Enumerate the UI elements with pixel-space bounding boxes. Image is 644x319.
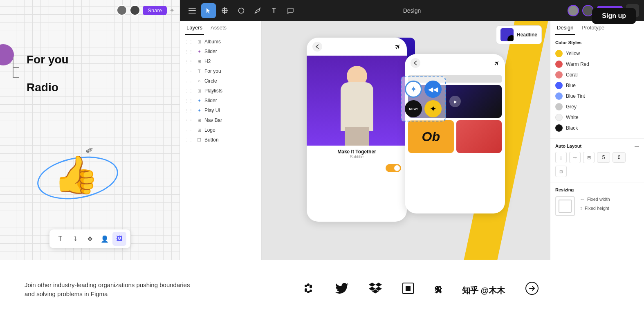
layer-label-albums: Albums xyxy=(204,39,221,45)
drag-handle: ⋮⋮ xyxy=(185,40,193,44)
phone-back-btn-1 xyxy=(312,42,322,52)
layers-sidebar: Layers Assets ⋮⋮ ⊞ Albums ⋮⋮ ✦ Slider xyxy=(180,21,262,260)
nytimes-logo: 𝕹 xyxy=(434,283,442,296)
track-title: Make It Together xyxy=(312,149,401,155)
al-right-btn[interactable]: → xyxy=(569,152,581,163)
p2-red-cell xyxy=(456,120,502,153)
color-item-coral[interactable]: Coral xyxy=(555,70,639,80)
drag-handle: ⋮⋮ xyxy=(185,99,193,103)
color-item-blue[interactable]: Blue xyxy=(555,80,639,91)
color-item-warm-red[interactable]: Warm Red xyxy=(555,59,639,70)
auto-layout-minus[interactable]: — xyxy=(635,144,639,148)
al-down-btn[interactable]: ↓ xyxy=(555,152,567,163)
circle-tool-button[interactable] xyxy=(234,3,249,18)
layer-label-slider-2: Slider xyxy=(204,98,217,103)
tab-design[interactable]: Design xyxy=(555,21,575,35)
menu-button[interactable] xyxy=(185,3,200,18)
layer-item-playlists[interactable]: ⋮⋮ ⊞ Playlists xyxy=(180,86,261,96)
layer-label-button: Button xyxy=(204,137,219,143)
color-dot-blue-tint xyxy=(555,92,563,100)
layer-label-h2: H2 xyxy=(204,58,211,64)
color-item-blue-tint[interactable]: Blue Tint xyxy=(555,91,639,101)
resizing-title: Resizing xyxy=(555,187,639,192)
image-tool-icon[interactable]: 🖼 xyxy=(112,232,126,246)
headline-component[interactable]: Headline xyxy=(496,25,542,44)
pen-tool-button[interactable] xyxy=(250,3,265,18)
select-tool-button[interactable] xyxy=(201,3,216,18)
al-align-btn[interactable]: ⊟ xyxy=(583,152,595,163)
layer-item-nav-bar[interactable]: ⋮⋮ ⊞ Nav Bar xyxy=(180,115,261,125)
bottom-section: Join other industry-leading organization… xyxy=(0,260,644,319)
frame-icon-nav: ⊞ xyxy=(196,118,202,123)
headline-icon-preview xyxy=(500,28,514,41)
layer-item-play-ui[interactable]: ⋮⋮ ✦ Play UI xyxy=(180,106,261,115)
color-dot-blue xyxy=(555,82,563,89)
layer-item-circle[interactable]: ⋮⋮ ○ Circle xyxy=(180,76,261,86)
thumbs-up-emoji: 👍 xyxy=(53,153,99,196)
layer-label-circle: Circle xyxy=(204,78,217,84)
figma-toolbar: T Design Share ▶ xyxy=(180,0,644,21)
layer-label-nav-bar: Nav Bar xyxy=(204,117,222,123)
component-selection-box: ✦ ◀◀ NEW! ✦ xyxy=(401,76,446,121)
al-spacing-input[interactable] xyxy=(597,152,610,163)
layer-item-slider-1[interactable]: ⋮⋮ ✦ Slider xyxy=(180,47,261,56)
people-icon[interactable]: 👤 xyxy=(98,232,112,246)
color-dot-yellow xyxy=(555,50,563,57)
share-button-left[interactable]: Share xyxy=(143,6,167,15)
al-resize-btn[interactable]: ⊡ xyxy=(555,166,567,177)
tab-assets[interactable]: Assets xyxy=(209,21,228,35)
signup-button[interactable]: Sign up xyxy=(592,8,636,24)
toggle-switch xyxy=(386,164,401,172)
layer-item-logo[interactable]: ⋮⋮ ⊞ Logo xyxy=(180,125,261,135)
components-icon[interactable]: ❖ xyxy=(83,232,97,246)
layer-item-button[interactable]: ⋮⋮ ☐ Button xyxy=(180,135,261,145)
phone-frame-1: ✈ xyxy=(307,38,407,222)
fixed-height-option[interactable]: ↕ Fixed height xyxy=(580,205,610,211)
layers-tabs: Layers Assets xyxy=(180,21,261,35)
frame-tool-button[interactable] xyxy=(218,3,232,18)
layer-item-slider-2[interactable]: ⋮⋮ ✦ Slider xyxy=(180,96,261,106)
color-item-black[interactable]: Black xyxy=(555,123,639,133)
color-name-black: Black xyxy=(566,125,578,131)
figma-editor: T Design Share ▶ Layers Assets xyxy=(180,0,644,260)
comment-tool-button[interactable] xyxy=(283,3,298,18)
circle-icon: ○ xyxy=(196,79,202,83)
auto-layout-section: Auto Layout — ↓ → ⊟ ⊡ xyxy=(550,139,644,182)
resizing-inner-box xyxy=(559,200,572,213)
fixed-width-option[interactable]: ↔ Fixed width xyxy=(580,196,610,202)
tab-layers[interactable]: Layers xyxy=(185,21,204,35)
svg-rect-0 xyxy=(188,8,196,9)
track-subtitle: Subtitle xyxy=(312,155,401,159)
fixed-width-label: Fixed width xyxy=(587,197,610,202)
connector-tool-icon[interactable]: ⤵ xyxy=(68,232,82,246)
filled-back-icon: ◀◀ xyxy=(424,81,442,98)
layer-label-playlists: Playlists xyxy=(204,88,222,94)
layer-item-h2[interactable]: ⋮⋮ ⊞ H2 xyxy=(180,56,261,66)
thumb-area: 👍 ✏ xyxy=(33,145,147,219)
layer-label-for-you: For you xyxy=(204,68,221,74)
canvas-area: Headline ✦ ◀◀ NEW! ✦ xyxy=(262,21,550,260)
for-you-label: For you xyxy=(27,53,69,66)
text-tool-icon[interactable]: T xyxy=(54,232,67,246)
text-tool-button[interactable]: T xyxy=(267,3,281,18)
avatar-2 xyxy=(130,5,140,16)
toolbar-avatar-1 xyxy=(568,5,579,16)
star-badge-icon: ✦ xyxy=(424,100,442,117)
frame-icon-h2: ⊞ xyxy=(196,59,202,64)
phone-1-track-info: Make It Together Subtitle xyxy=(307,146,407,162)
color-item-yellow[interactable]: Yellow xyxy=(555,48,639,59)
left-top-bar: Share ✦ xyxy=(117,5,175,16)
color-item-white[interactable]: White xyxy=(555,112,639,123)
slack-logo xyxy=(302,282,315,298)
phone-1-plane-icon: ✈ xyxy=(393,41,403,52)
fixed-width-icon: ↔ xyxy=(580,196,585,202)
color-item-grey[interactable]: Grey xyxy=(555,101,639,112)
bottom-text-block: Join other industry-leading organization… xyxy=(25,281,196,299)
layer-item-albums[interactable]: ⋮⋮ ⊞ Albums xyxy=(180,37,261,47)
al-padding-input[interactable] xyxy=(613,152,626,163)
drag-handle: ⋮⋮ xyxy=(185,49,193,54)
zhihu-logo: 知乎 @木木 xyxy=(462,283,505,296)
auto-layout-title: Auto Layout — xyxy=(555,144,639,148)
layers-list: ⋮⋮ ⊞ Albums ⋮⋮ ✦ Slider ⋮⋮ ⊞ H2 xyxy=(180,35,261,260)
layer-item-for-you[interactable]: ⋮⋮ T For you xyxy=(180,66,261,76)
